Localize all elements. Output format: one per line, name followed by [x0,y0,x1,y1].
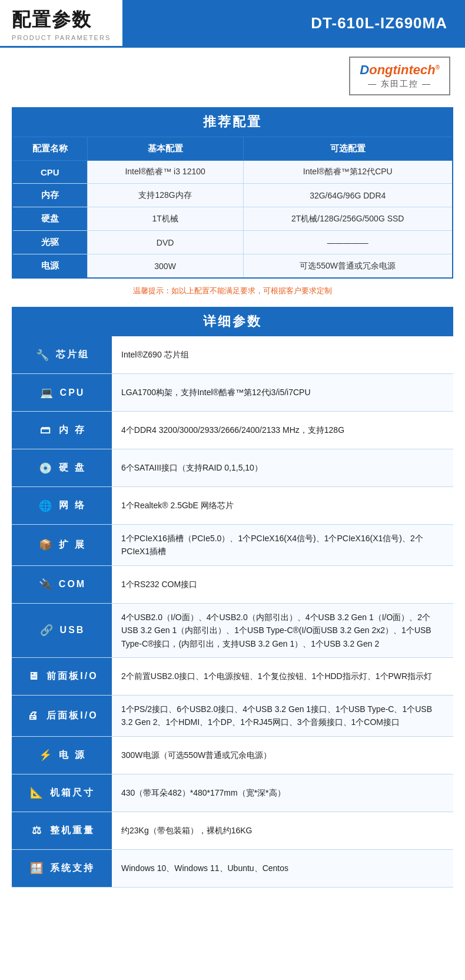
detail-value: 1个Realtek® 2.5GbE 网络芯片 [112,487,453,524]
detail-label: 🪟 系统支持 [12,850,112,887]
logo-area: Dongtintech® — 东田工控 — [0,48,465,101]
detail-row: 🗃 内 存 4个DDR4 3200/3000/2933/2666/2400/21… [12,412,453,449]
config-row-name: CPU [12,161,87,184]
detail-value: 4个USB2.0（I/O面）、4个USB2.0（内部引出）、4个USB 3.2 … [112,604,453,657]
detail-value: 6个SATAIII接口（支持RAID 0,1,5,10） [112,449,453,486]
detail-section-title: 详细参数 [12,307,453,336]
detail-row: 📐 机箱尺寸 430（带耳朵482）*480*177mm（宽*深*高） [12,774,453,812]
col-header-basic: 基本配置 [87,137,243,161]
detail-row: 🔌 COM 1个RS232 COM接口 [12,566,453,604]
detail-label-text: CPU [60,388,85,398]
detail-label: 🖨 后面板I/O [12,696,112,736]
header-title-box: 配置参数 PRODUCT PARAMETERS [0,0,124,46]
config-table-row: 光驱 DVD ————— [12,231,453,254]
detail-icon: 🗃 [38,424,54,436]
detail-label-text: 系统支持 [50,862,95,875]
detail-icon: ⚖ [29,824,45,837]
detail-label: 🖥 前面板I/O [12,658,112,695]
detail-value: 300W电源（可选550W普通或冗余电源） [112,737,453,774]
detail-label: 🔧 芯片组 [12,336,112,373]
config-row-name: 硬盘 [12,207,87,231]
detail-label-text: 整机重量 [50,825,95,837]
detail-label: 📦 扩 展 [12,525,112,565]
detail-value: 约23Kg（带包装箱），裸机约16KG [112,812,453,849]
config-row-optional: ————— [243,231,453,254]
detail-icon: 🌐 [38,499,54,512]
detail-label: 🌐 网 络 [12,487,112,524]
brand-name-main: Dongtintech® [360,62,440,78]
detail-icon: 🖨 [25,710,42,722]
config-table-header: 配置名称 基本配置 可选配置 [12,137,453,161]
recommended-config-section: 推荐配置 配置名称 基本配置 可选配置 CPU Intel®酷睿™ i3 121… [12,107,453,296]
detail-row: 📦 扩 展 1个PCIeX16插槽（PCIe5.0）、1个PCIeX16(X4信… [12,525,453,566]
detail-label-text: 扩 展 [59,539,85,551]
detail-label: 💿 硬 盘 [12,449,112,486]
config-table-row: 硬盘 1T机械 2T机械/128G/256G/500G SSD [12,207,453,231]
config-row-basic: 300W [87,254,243,279]
detail-value: 1个RS232 COM接口 [112,566,453,603]
config-row-optional: 可选550W普通或冗余电源 [243,254,453,279]
detail-section: 详细参数 🔧 芯片组 Intel®Z690 芯片组 💻 CPU LGA1700构… [12,307,453,888]
brand-logo: Dongtintech® — 东田工控 — [349,57,450,95]
detail-row: ⚡ 电 源 300W电源（可选550W普通或冗余电源） [12,737,453,774]
config-row-name: 电源 [12,254,87,279]
detail-icon: 💿 [38,462,54,475]
detail-row: 💿 硬 盘 6个SATAIII接口（支持RAID 0,1,5,10） [12,449,453,487]
detail-value: 4个DDR4 3200/3000/2933/2666/2400/2133 MHz… [112,412,453,449]
page-title-zh: 配置参数 [12,7,111,33]
config-row-name: 光驱 [12,231,87,254]
col-header-name: 配置名称 [12,137,87,161]
detail-label: 🔗 USB [12,604,112,657]
detail-label-text: 硬 盘 [59,462,85,474]
detail-label: 🔌 COM [12,566,112,603]
config-row-name: 内存 [12,184,87,207]
detail-icon: 🔧 [35,349,51,362]
detail-icon: 📦 [38,538,54,551]
detail-row: 🔗 USB 4个USB2.0（I/O面）、4个USB2.0（内部引出）、4个US… [12,604,453,658]
page-title-en: PRODUCT PARAMETERS [12,34,111,41]
detail-label: 📐 机箱尺寸 [12,774,112,812]
detail-label-text: 机箱尺寸 [50,787,95,799]
detail-value: 430（带耳朵482）*480*177mm（宽*深*高） [112,774,453,812]
detail-icon: 🔗 [39,624,55,637]
detail-value: 1个PCIeX16插槽（PCIe5.0）、1个PCIeX16(X4信号)、1个P… [112,525,453,565]
config-row-basic: 1T机械 [87,207,243,231]
detail-row: 🖥 前面板I/O 2个前置USB2.0接口、1个电源按钮、1个复位按钮、1个HD… [12,658,453,696]
detail-row: 🌐 网 络 1个Realtek® 2.5GbE 网络芯片 [12,487,453,525]
detail-value: LGA1700构架，支持Intel®酷睿™第12代i3/i5/i7CPU [112,374,453,411]
config-table: 配置名称 基本配置 可选配置 CPU Intel®酷睿™ i3 12100 In… [12,137,453,279]
config-row-basic: 支持128G内存 [87,184,243,207]
detail-label-text: 网 络 [59,499,85,512]
detail-value: Intel®Z690 芯片组 [112,336,453,373]
detail-label-text: 芯片组 [56,349,89,361]
detail-value: 2个前置USB2.0接口、1个电源按钮、1个复位按钮、1个HDD指示灯、1个PW… [112,658,453,695]
detail-label-text: USB [60,625,85,635]
detail-label: ⚖ 整机重量 [12,812,112,849]
config-row-basic: DVD [87,231,243,254]
detail-row: 🔧 芯片组 Intel®Z690 芯片组 [12,336,453,374]
detail-icon: 🔌 [38,578,54,591]
col-header-optional: 可选配置 [243,137,453,161]
detail-icon: 💻 [39,386,55,399]
detail-icon: 📐 [29,786,45,799]
warm-tip: 温馨提示：如以上配置不能满足要求，可根据客户要求定制 [12,286,453,296]
detail-icon: ⚡ [38,749,54,762]
detail-label-text: 前面板I/O [46,670,98,683]
config-row-basic: Intel®酷睿™ i3 12100 [87,161,243,184]
detail-label-text: COM [59,579,86,590]
detail-value: Windows 10、Windows 11、Ubuntu、Centos [112,850,453,887]
detail-label: 💻 CPU [12,374,112,411]
config-table-row: 内存 支持128G内存 32G/64G/96G DDR4 [12,184,453,207]
config-table-row: 电源 300W 可选550W普通或冗余电源 [12,254,453,279]
recommended-section-title: 推荐配置 [12,107,453,137]
detail-label-text: 后面板I/O [46,710,98,722]
detail-row: 🖨 后面板I/O 1个PS/2接口、6个USB2.0接口、4个USB 3.2 G… [12,696,453,737]
detail-icon: 🪟 [29,862,45,875]
config-row-optional: 2T机械/128G/256G/500G SSD [243,207,453,231]
detail-label-text: 内 存 [59,424,85,436]
detail-row: 🪟 系统支持 Windows 10、Windows 11、Ubuntu、Cent… [12,850,453,888]
detail-row: ⚖ 整机重量 约23Kg（带包装箱），裸机约16KG [12,812,453,850]
model-number: DT-610L-IZ690MA [124,0,465,46]
brand-name-sub: — 东田工控 — [368,79,431,90]
detail-value: 1个PS/2接口、6个USB2.0接口、4个USB 3.2 Gen 1接口、1个… [112,696,453,736]
